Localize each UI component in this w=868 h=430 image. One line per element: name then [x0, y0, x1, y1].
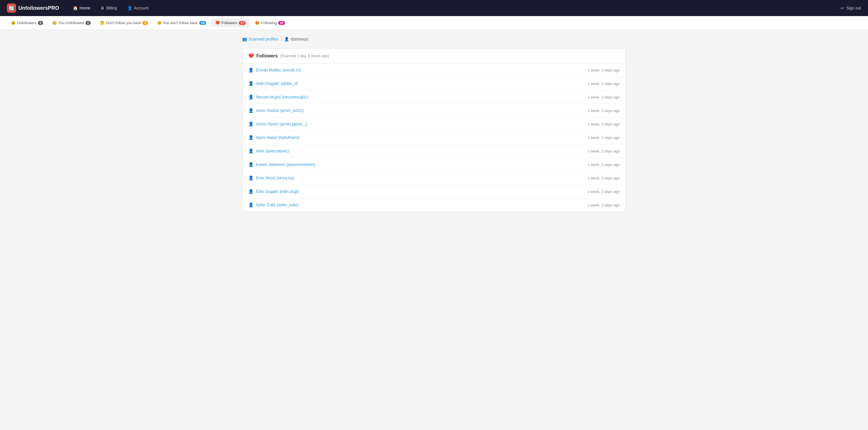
section-icon: ❤️ [248, 53, 254, 59]
list-item-time: 1 week, 2 days ago [588, 176, 620, 180]
dont-follow-back-count: 9 [143, 21, 148, 25]
tab-unfollowers[interactable]: 😮 Unfollowers 0 [7, 19, 47, 27]
user-link[interactable]: Emir Terzić (terza.ba) [256, 176, 294, 180]
list-item-left: 👤 Amer Hodzic (amer_w201) [248, 108, 304, 113]
user-link[interactable]: Kasim Jašarević (jasarevickasim) [256, 162, 315, 167]
you-dont-follow-back-emoji: 😊 [157, 21, 162, 25]
nav-account[interactable]: 👤 Account [123, 3, 153, 12]
section-scanned-info: (Scanned 1 day, 6 hours ago) [280, 54, 329, 58]
user-link[interactable]: Sefer Čolić (sefer_colic) [256, 203, 299, 207]
list-item: 👤 Emrah Malikic (emrah.m) 1 week, 2 days… [243, 63, 625, 77]
list-item-time: 1 week, 2 days ago [588, 189, 620, 194]
list-item-left: 👤 Edin Dugalić (edin.dugi) [248, 189, 299, 194]
you-dont-follow-back-count: 18 [199, 21, 206, 25]
user-icon: 👤 [248, 175, 254, 181]
billing-icon: 🖥 [100, 6, 104, 10]
user-icon: 👤 [248, 81, 254, 86]
followers-count: 47 [239, 21, 246, 25]
list-item: 👤 Haris Habul (habulharis) 1 week, 2 day… [243, 131, 625, 144]
user-link[interactable]: Haris Habul (habulharis) [256, 135, 299, 140]
breadcrumb-scanned-profiles[interactable]: 👥 Scanned profiles [242, 37, 278, 41]
user-icon: 👤 [248, 94, 254, 100]
list-item: 👤 Aldin Dugalić (alldiin_d) 1 week, 2 da… [243, 77, 625, 90]
user-link[interactable]: Aner (anercatovic) [256, 149, 289, 153]
list-item: 👤 Edin Dugalić (edin.dugi) 1 week, 2 day… [243, 185, 625, 198]
list-item-time: 1 week, 2 days ago [588, 149, 620, 153]
breadcrumb: 👥 Scanned profiles / 👤 dzemsxyz [242, 37, 626, 41]
list-item: 👤 Armin Pjević (armin.pjevic._) 1 week, … [243, 117, 625, 131]
tabs-bar: 😮 Unfollowers 0 😥 You Unfollowed 0 🤔 Don… [0, 16, 868, 30]
tab-dont-follow-back[interactable]: 🤔 Don't follow you back 9 [96, 19, 152, 27]
you-unfollowed-count: 0 [86, 21, 91, 25]
following-count: 38 [278, 21, 285, 25]
list-item-left: 👤 Kasim Jašarević (jasarevickasim) [248, 162, 315, 167]
tab-following[interactable]: 😍 Following 38 [251, 19, 289, 27]
you-unfollowed-emoji: 😥 [52, 21, 57, 25]
section-header: ❤️ Followers (Scanned 1 day, 6 hours ago… [243, 49, 625, 63]
list-item-time: 1 week, 2 days ago [588, 95, 620, 99]
home-icon: 🏠 [73, 6, 78, 10]
account-icon: 👤 [127, 6, 132, 10]
tab-you-dont-follow-back[interactable]: 😊 You don't follow back 18 [153, 19, 210, 27]
navbar: 🔄 UnfollowersPRO 🏠 Home 🖥 Billing 👤 Acco… [0, 0, 868, 16]
user-icon: 👤 [248, 189, 254, 194]
tab-followers[interactable]: ❤️ Followers 47 [211, 19, 250, 27]
list-item-left: 👤 Haris Habul (habulharis) [248, 135, 299, 140]
main-content: 👥 Scanned profiles / 👤 dzemsxyz ❤️ Follo… [233, 30, 635, 219]
user-link[interactable]: Amer Hodzic (amer_w201) [256, 108, 304, 113]
list-item: 👤 Amer Hodzic (amer_w201) 1 week, 2 days… [243, 104, 625, 117]
user-icon: 👤 [248, 162, 254, 167]
list-item: 👤 Sefer Čolić (sefer_colic) 1 week, 2 da… [243, 198, 625, 212]
user-link[interactable]: Edin Dugalić (edin.dugi) [256, 189, 299, 194]
nav-home[interactable]: 🏠 Home [68, 3, 95, 12]
unfollowers-emoji: 😮 [11, 21, 16, 25]
user-icon: 👤 [248, 121, 254, 127]
brand-icon: 🔄 [7, 3, 16, 12]
list-item-left: 👤 Emir Terzić (terza.ba) [248, 175, 294, 181]
section-title: Followers [256, 53, 278, 59]
list-item-time: 1 week, 2 days ago [588, 162, 620, 167]
list-item-time: 1 week, 2 days ago [588, 203, 620, 207]
signout-icon: ↩ [841, 6, 844, 10]
list-item: 👤 Emir Terzić (terza.ba) 1 week, 2 days … [243, 172, 625, 185]
brand[interactable]: 🔄 UnfollowersPRO [7, 3, 59, 12]
nav-links: 🏠 Home 🖥 Billing 👤 Account [68, 3, 841, 12]
breadcrumb-current-user: 👤 dzemsxyz [284, 37, 308, 41]
list-item-time: 1 week, 2 days ago [588, 109, 620, 113]
followers-emoji: ❤️ [215, 21, 220, 25]
user-link[interactable]: Armin Pjević (armin.pjevic._) [256, 122, 307, 126]
user-link[interactable]: Nevzet Mujkić (nevzetmujkic) [256, 95, 308, 99]
list-item-time: 1 week, 2 days ago [588, 68, 620, 72]
list-item-time: 1 week, 2 days ago [588, 82, 620, 86]
list-item: 👤 Kasim Jašarević (jasarevickasim) 1 wee… [243, 158, 625, 172]
breadcrumb-separator: / [281, 37, 282, 41]
list-item-time: 1 week, 2 days ago [588, 135, 620, 140]
list-item-left: 👤 Nevzet Mujkić (nevzetmujkic) [248, 94, 308, 100]
tab-you-unfollowed[interactable]: 😥 You Unfollowed 0 [48, 19, 95, 27]
user-icon: 👤 [248, 148, 254, 154]
user-icon: 👤 [248, 67, 254, 73]
following-emoji: 😍 [255, 21, 259, 25]
user-link[interactable]: Aldin Dugalić (alldiin_d) [256, 81, 298, 86]
dont-follow-back-emoji: 🤔 [100, 21, 104, 25]
user-icon: 👤 [248, 203, 254, 208]
list-item-left: 👤 Sefer Čolić (sefer_colic) [248, 203, 299, 208]
list-item: 👤 Nevzet Mujkić (nevzetmujkic) 1 week, 2… [243, 90, 625, 104]
brand-name: UnfollowersPRO [19, 5, 59, 11]
list-item-left: 👤 Emrah Malikic (emrah.m) [248, 67, 301, 73]
unfollowers-count: 0 [38, 21, 43, 25]
signout-button[interactable]: ↩ Sign out [841, 6, 861, 10]
nav-billing[interactable]: 🖥 Billing [96, 3, 121, 12]
user-icon: 👤 [248, 135, 254, 140]
list-item-left: 👤 Aldin Dugalić (alldiin_d) [248, 81, 298, 86]
list-item-left: 👤 Aner (anercatovic) [248, 148, 289, 154]
followers-section: ❤️ Followers (Scanned 1 day, 6 hours ago… [242, 48, 626, 212]
user-link[interactable]: Emrah Malikic (emrah.m) [256, 68, 301, 72]
list-item-left: 👤 Armin Pjević (armin.pjevic._) [248, 121, 307, 127]
current-user-icon: 👤 [284, 37, 289, 41]
followers-list: 👤 Emrah Malikic (emrah.m) 1 week, 2 days… [243, 63, 625, 212]
scanned-profiles-icon: 👥 [242, 37, 247, 41]
user-icon: 👤 [248, 108, 254, 113]
list-item: 👤 Aner (anercatovic) 1 week, 2 days ago [243, 144, 625, 158]
list-item-time: 1 week, 2 days ago [588, 122, 620, 126]
